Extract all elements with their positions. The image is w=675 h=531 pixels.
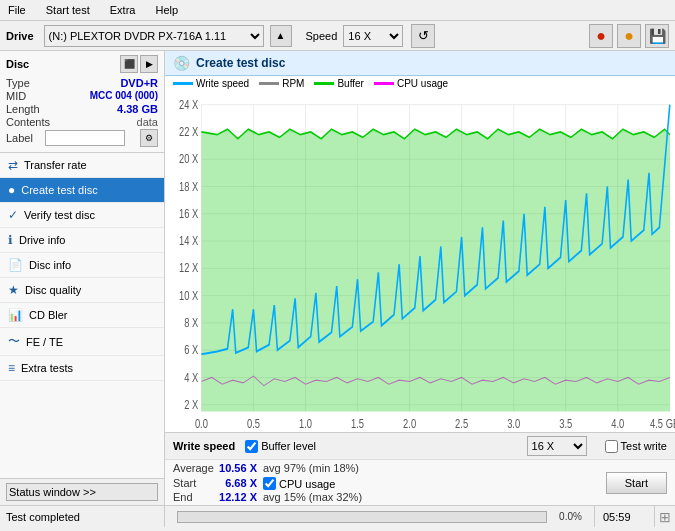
stats-panel: Average 10.56 X avg 97% (min 18%) Start …: [165, 459, 675, 505]
legend-buffer-label: Buffer: [337, 78, 364, 89]
stat-start-row: Start 6.68 X CPU usage: [173, 475, 362, 490]
svg-text:0.0: 0.0: [195, 417, 208, 430]
drive-select[interactable]: (N:) PLEXTOR DVDR PX-716A 1.11: [44, 25, 264, 47]
disc-icon2[interactable]: ▶: [140, 55, 158, 73]
svg-text:16 X: 16 X: [179, 207, 199, 220]
disc-label-settings[interactable]: ⚙: [140, 129, 158, 147]
disc-mid-row: MID MCC 004 (000): [6, 90, 158, 102]
status-main: 0.0%: [165, 506, 595, 527]
svg-text:0.5: 0.5: [247, 417, 260, 430]
menu-file[interactable]: File: [4, 2, 30, 18]
legend-cpu: CPU usage: [374, 78, 448, 89]
legend-buffer-color: [314, 82, 334, 85]
nav-extra-tests[interactable]: ≡ Extra tests: [0, 356, 164, 381]
main-layout: Disc ⬛ ▶ Type DVD+R MID MCC 004 (000) Le…: [0, 51, 675, 505]
statusbar: Test completed 0.0% 05:59 ⊞: [0, 505, 675, 527]
verify-test-disc-icon: ✓: [8, 208, 18, 222]
svg-text:3.0: 3.0: [507, 417, 520, 430]
legend-rpm-color: [259, 82, 279, 85]
nav-create-test-disc-label: Create test disc: [21, 184, 97, 196]
drive-label: Drive: [6, 30, 34, 42]
panel-header: 💿 Create test disc: [165, 51, 675, 76]
buffer-level-checkbox[interactable]: [245, 440, 258, 453]
cd-bler-icon: 📊: [8, 308, 23, 322]
start-button[interactable]: Start: [606, 472, 667, 494]
svg-text:1.5: 1.5: [351, 417, 364, 430]
cpu-usage-label: CPU usage: [279, 478, 335, 490]
nav-disc-info-label: Disc info: [29, 259, 71, 271]
average-val: 10.56 X: [217, 462, 257, 474]
disc-label-row: Label ⚙: [6, 129, 158, 147]
svg-text:2 X: 2 X: [184, 398, 199, 411]
nav-cd-bler[interactable]: 📊 CD Bler: [0, 303, 164, 328]
status-window-button[interactable]: Status window >>: [6, 483, 158, 501]
speed-select[interactable]: 16 X8 X4 X: [343, 25, 403, 47]
chart-speed-select[interactable]: 16 X8 X4 X: [527, 436, 587, 456]
write-speed-label: Write speed: [173, 440, 235, 452]
nav-transfer-rate[interactable]: ⇄ Transfer rate: [0, 153, 164, 178]
nav-disc-info[interactable]: 📄 Disc info: [0, 253, 164, 278]
nav-items: ⇄ Transfer rate ● Create test disc ✓ Ver…: [0, 153, 164, 478]
create-test-disc-icon: ●: [8, 183, 15, 197]
disc-panel-header: Disc ⬛ ▶: [6, 55, 158, 73]
menu-start-test[interactable]: Start test: [42, 2, 94, 18]
start-val: 6.68 X: [217, 477, 257, 489]
svg-text:18 X: 18 X: [179, 179, 199, 192]
stats-left-col: Average 10.56 X avg 97% (min 18%) Start …: [173, 462, 362, 503]
status-progress-container: [177, 511, 547, 523]
cpu-usage-checkbox[interactable]: [263, 477, 276, 490]
nav-cd-bler-label: CD Bler: [29, 309, 68, 321]
disc-icon1[interactable]: ⬛: [120, 55, 138, 73]
disc-header-icons: ⬛ ▶: [120, 55, 158, 73]
disc-type-row: Type DVD+R: [6, 77, 158, 89]
legend-cpu-color: [374, 82, 394, 85]
status-indicator-icon: ⊞: [659, 509, 671, 525]
nav-create-test-disc[interactable]: ● Create test disc: [0, 178, 164, 203]
svg-text:4 X: 4 X: [184, 370, 199, 383]
nav-drive-info[interactable]: ℹ Drive info: [0, 228, 164, 253]
nav-disc-quality[interactable]: ★ Disc quality: [0, 278, 164, 303]
eject-button[interactable]: ▲: [270, 25, 292, 47]
menu-extra[interactable]: Extra: [106, 2, 140, 18]
legend-buffer: Buffer: [314, 78, 364, 89]
status-window-bar: Status window >>: [0, 478, 164, 505]
panel-header-icon: 💿: [173, 55, 190, 71]
test-write-label: Test write: [621, 440, 667, 452]
color-icon2[interactable]: ●: [617, 24, 641, 48]
legend-write-speed: Write speed: [173, 78, 249, 89]
svg-text:22 X: 22 X: [179, 125, 199, 138]
test-write-checkbox[interactable]: [605, 440, 618, 453]
fe-te-icon: 〜: [8, 333, 20, 350]
color-icon1[interactable]: ●: [589, 24, 613, 48]
test-write-check[interactable]: Test write: [605, 440, 667, 453]
drivebar: Drive (N:) PLEXTOR DVDR PX-716A 1.11 ▲ S…: [0, 21, 675, 51]
nav-fe-te[interactable]: 〜 FE / TE: [0, 328, 164, 356]
nav-verify-test-disc[interactable]: ✓ Verify test disc: [0, 203, 164, 228]
disc-quality-icon: ★: [8, 283, 19, 297]
cpu-usage-check[interactable]: CPU usage: [263, 477, 335, 490]
svg-text:4.0: 4.0: [611, 417, 624, 430]
nav-disc-quality-label: Disc quality: [25, 284, 81, 296]
save-icon[interactable]: 💾: [645, 24, 669, 48]
disc-title: Disc: [6, 58, 29, 70]
legend-rpm: RPM: [259, 78, 304, 89]
refresh-icon[interactable]: ↺: [411, 24, 435, 48]
buffer-level-label: Buffer level: [261, 440, 316, 452]
extra-tests-icon: ≡: [8, 361, 15, 375]
stat-end-row: End 12.12 X avg 15% (max 32%): [173, 491, 362, 503]
svg-text:10 X: 10 X: [179, 288, 199, 301]
svg-text:24 X: 24 X: [179, 97, 199, 110]
chart-svg: 24 X 22 X 20 X 18 X 16 X 14 X 12 X 10 X …: [165, 91, 675, 432]
nav-verify-test-disc-label: Verify test disc: [24, 209, 95, 221]
status-time: 05:59: [595, 506, 655, 527]
status-percent: 0.0%: [553, 511, 588, 522]
buffer-level-check[interactable]: Buffer level: [245, 440, 316, 453]
svg-marker-45: [201, 129, 669, 411]
transfer-rate-icon: ⇄: [8, 158, 18, 172]
disc-label-input[interactable]: [45, 130, 125, 146]
stat-average-row: Average 10.56 X avg 97% (min 18%): [173, 462, 362, 474]
average-label: Average: [173, 462, 211, 474]
right-panel: 💿 Create test disc Write speed RPM Buffe…: [165, 51, 675, 505]
menubar: File Start test Extra Help: [0, 0, 675, 21]
menu-help[interactable]: Help: [151, 2, 182, 18]
